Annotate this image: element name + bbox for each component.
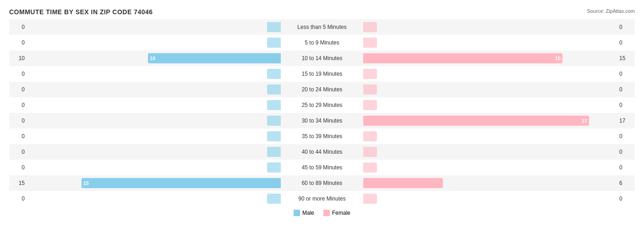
male-bar-container [27,69,281,79]
left-axis-value: 0 [9,117,27,124]
female-bar-stub [363,100,377,110]
male-bar-container [27,162,281,173]
left-axis-value: 0 [9,24,27,30]
female-bar-container [363,38,617,48]
right-axis-value: 0 [617,102,635,108]
bars-section: 30 to 34 Minutes17 [27,113,617,128]
female-bar-value: 17 [582,118,589,123]
row-label: 30 to 34 Minutes [281,117,363,124]
source-text: Source: ZipAtlas.com [587,8,635,14]
male-bar-value: 15 [82,180,89,186]
chart-row: 040 to 44 Minutes0 [9,144,635,160]
row-label: Less than 5 Minutes [281,24,363,30]
right-axis-value: 0 [617,86,635,93]
chart-row: 035 to 39 Minutes0 [9,128,635,144]
male-bar-container [27,22,281,32]
female-bar-container [363,100,617,110]
female-bar-container: 15 [363,53,617,63]
female-bar-stub [363,84,377,95]
female-bar-container: 17 [363,116,617,126]
female-bar-stub [363,131,377,141]
bars-section: 1560 to 89 Minutes [27,175,617,191]
bars-section: 15 to 19 Minutes [27,66,617,82]
chart-row: 101010 to 14 Minutes1515 [9,50,635,66]
female-bar-container [363,22,617,32]
male-bar-value: 10 [148,56,155,61]
left-axis-value: 15 [9,180,27,186]
right-axis-value: 0 [617,39,635,46]
male-bar-stub [267,84,281,95]
male-bar-container [27,147,281,157]
chart-row: 0Less than 5 Minutes0 [9,19,635,35]
chart-row: 045 to 59 Minutes0 [9,160,635,175]
row-label: 20 to 24 Minutes [281,86,363,93]
female-bar: 17 [363,116,589,126]
right-axis-value: 0 [617,24,635,30]
row-label: 5 to 9 Minutes [281,39,363,46]
male-bar-container: 10 [27,53,281,63]
male-bar-stub [267,147,281,157]
legend-male: Male [294,210,314,216]
male-bar-container: 15 [27,178,281,188]
chart-area: 0Less than 5 Minutes005 to 9 Minutes0101… [9,19,635,201]
male-bar-stub [267,162,281,173]
row-label: 35 to 39 Minutes [281,133,363,140]
female-bar-container [363,162,617,173]
female-bar-stub [363,69,377,79]
legend: Male Female [9,210,635,216]
female-bar-container [363,194,617,204]
male-bar-container [27,38,281,48]
female-bar-container [363,69,617,79]
chart-container: COMMUTE TIME BY SEX IN ZIP CODE 74046 So… [0,0,644,240]
bars-section: Less than 5 Minutes [27,19,617,35]
female-bar-stub [363,162,377,173]
female-bar: 15 [363,53,562,63]
female-bar-stub [363,147,377,157]
chart-title: COMMUTE TIME BY SEX IN ZIP CODE 74046 [9,8,635,16]
chart-row: 015 to 19 Minutes0 [9,66,635,82]
chart-row: 05 to 9 Minutes0 [9,35,635,50]
male-bar-container [27,100,281,110]
female-color-box [323,210,330,216]
row-label: 10 to 14 Minutes [281,55,363,61]
male-color-box [294,210,300,216]
right-axis-value: 0 [617,149,635,155]
left-axis-value: 10 [9,55,27,61]
chart-row: 151560 to 89 Minutes6 [9,175,635,191]
male-bar-container [27,194,281,204]
male-bar-stub [267,131,281,141]
female-bar [363,178,443,188]
male-label: Male [302,210,314,216]
left-axis-value: 0 [9,133,27,140]
row-label: 15 to 19 Minutes [281,71,363,77]
left-axis-value: 0 [9,195,27,202]
male-bar-stub [267,69,281,79]
male-bar-stub [267,100,281,110]
female-bar-container [363,147,617,157]
right-axis-value: 15 [617,55,635,61]
chart-row: 020 to 24 Minutes0 [9,82,635,97]
bars-section: 1010 to 14 Minutes15 [27,50,617,66]
female-label: Female [332,210,350,216]
male-bar: 10 [148,53,281,63]
bars-section: 5 to 9 Minutes [27,35,617,50]
row-label: 25 to 29 Minutes [281,102,363,108]
female-bar-container [363,131,617,141]
row-label: 90 or more Minutes [281,195,363,202]
right-axis-value: 0 [617,195,635,202]
right-axis-value: 17 [617,117,635,124]
male-bar-stub [267,194,281,204]
male-bar-container [27,131,281,141]
left-axis-value: 0 [9,71,27,77]
male-bar-stub [267,38,281,48]
left-axis-value: 0 [9,164,27,171]
bars-section: 40 to 44 Minutes [27,144,617,160]
chart-row: 025 to 29 Minutes0 [9,97,635,113]
row-label: 40 to 44 Minutes [281,149,363,155]
male-bar-stub [267,116,281,126]
right-axis-value: 0 [617,71,635,77]
female-bar-container [363,84,617,95]
female-bar-stub [363,194,377,204]
row-label: 45 to 59 Minutes [281,164,363,171]
bars-section: 25 to 29 Minutes [27,97,617,113]
